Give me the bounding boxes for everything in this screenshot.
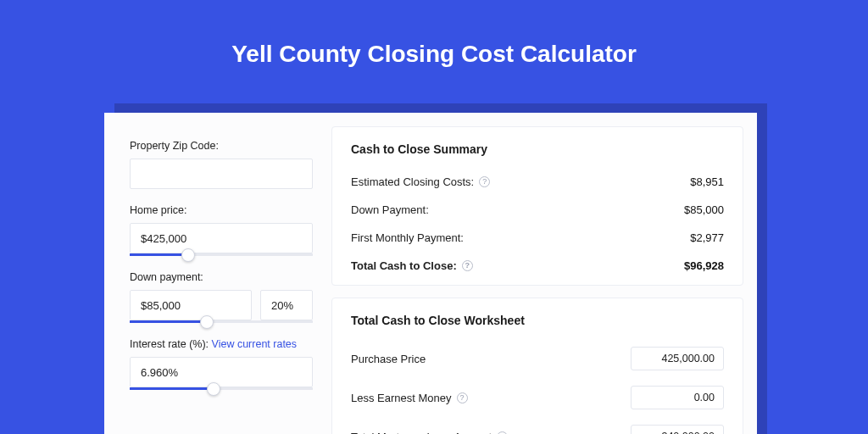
summary-row-closing-costs: Estimated Closing Costs: ? $8,951 — [351, 168, 724, 196]
interest-rate-slider[interactable] — [130, 387, 313, 390]
help-icon[interactable]: ? — [479, 176, 490, 187]
summary-panel: Cash to Close Summary Estimated Closing … — [331, 126, 743, 286]
inputs-column: Property Zip Code: Home price: Down paym… — [104, 113, 331, 434]
summary-row-monthly-payment: First Monthly Payment: $2,977 — [351, 224, 724, 252]
home-price-label: Home price: — [130, 204, 313, 216]
summary-row-value: $85,000 — [684, 203, 724, 216]
interest-rate-field: Interest rate (%): View current rates — [130, 338, 313, 390]
summary-row-label: Down Payment: — [351, 203, 429, 216]
summary-row-value: $2,977 — [690, 231, 724, 244]
worksheet-row-earnest-money: Less Earnest Money ? — [351, 378, 724, 417]
down-payment-label: Down payment: — [130, 271, 313, 283]
worksheet-row-purchase-price: Purchase Price — [351, 339, 724, 378]
home-price-field: Home price: — [130, 204, 313, 256]
zip-label: Property Zip Code: — [130, 140, 313, 152]
worksheet-title: Total Cash to Close Worksheet — [351, 314, 724, 327]
worksheet-purchase-price-input[interactable] — [631, 347, 724, 370]
down-payment-field: Down payment: — [130, 271, 313, 323]
down-payment-slider-fill — [130, 320, 207, 323]
summary-total-label: Total Cash to Close: — [351, 259, 457, 272]
worksheet-row-mortgage-amount: Total Mortgage Loan Amount ? — [351, 417, 724, 434]
zip-field: Property Zip Code: — [130, 140, 313, 189]
summary-row-label: First Monthly Payment: — [351, 231, 464, 244]
help-icon[interactable]: ? — [457, 392, 468, 403]
help-icon[interactable]: ? — [497, 431, 508, 435]
summary-row-down-payment: Down Payment: $85,000 — [351, 196, 724, 224]
interest-rate-slider-fill — [130, 387, 214, 390]
interest-rate-label: Interest rate (%): View current rates — [130, 338, 313, 350]
down-payment-slider-thumb[interactable] — [200, 315, 214, 329]
down-payment-input[interactable] — [130, 290, 252, 320]
down-payment-percent-input[interactable] — [260, 290, 313, 320]
results-column: Cash to Close Summary Estimated Closing … — [331, 113, 757, 434]
interest-rate-slider-thumb[interactable] — [207, 382, 220, 396]
summary-row-total: Total Cash to Close: ? $96,928 — [351, 252, 724, 280]
worksheet-panel: Total Cash to Close Worksheet Purchase P… — [331, 298, 743, 434]
worksheet-row-label: Purchase Price — [351, 353, 426, 365]
worksheet-mortgage-amount-input[interactable] — [631, 425, 724, 434]
interest-rate-input[interactable] — [130, 357, 313, 387]
zip-input[interactable] — [130, 159, 313, 189]
summary-row-value: $8,951 — [690, 175, 724, 188]
interest-rate-label-text: Interest rate (%): — [130, 338, 212, 350]
home-price-slider[interactable] — [130, 253, 313, 256]
home-price-slider-thumb[interactable] — [181, 248, 195, 262]
home-price-input[interactable] — [130, 223, 313, 253]
worksheet-earnest-money-input[interactable] — [631, 386, 724, 409]
summary-title: Cash to Close Summary — [351, 142, 724, 156]
down-payment-slider[interactable] — [130, 320, 313, 323]
worksheet-row-label: Less Earnest Money — [351, 392, 452, 404]
summary-row-label: Estimated Closing Costs: — [351, 175, 474, 188]
home-price-slider-fill — [130, 253, 188, 256]
view-current-rates-link[interactable]: View current rates — [212, 338, 298, 350]
worksheet-row-label: Total Mortgage Loan Amount — [351, 431, 492, 435]
summary-total-value: $96,928 — [684, 259, 724, 272]
help-icon[interactable]: ? — [462, 260, 473, 271]
page-title: Yell County Closing Cost Calculator — [0, 0, 868, 92]
calculator-card: Property Zip Code: Home price: Down paym… — [104, 113, 757, 434]
